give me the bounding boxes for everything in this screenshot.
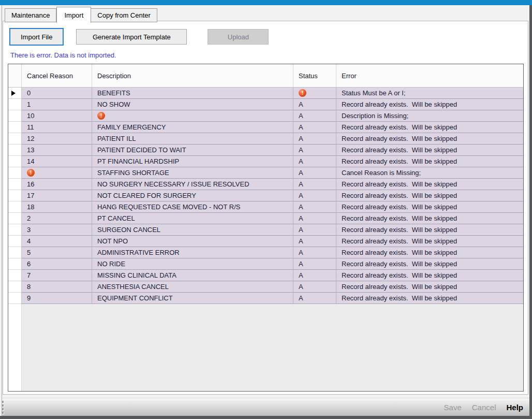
table-row[interactable]: 11FAMILY EMERGENCYARecord already exists… [8,122,523,133]
cell-cancel-reason[interactable]: 0 [22,88,92,99]
cell-status[interactable]: A [293,201,336,213]
row-selector[interactable] [8,247,22,258]
table-row[interactable]: 10!ADescription is Missing; [8,110,523,122]
row-selector[interactable] [8,179,22,190]
cell-cancel-reason[interactable]: 3 [22,224,92,236]
cell-status[interactable]: A [293,281,336,293]
row-selector[interactable] [8,88,22,99]
row-selector[interactable] [8,110,22,122]
cell-error[interactable]: Record already exists. Will be skipped [336,281,523,293]
cell-status[interactable]: A [293,213,336,224]
cell-description[interactable]: MISSING CLINICAL DATA [92,270,293,281]
cell-cancel-reason[interactable]: 11 [22,122,92,133]
row-selector[interactable] [8,236,22,247]
cell-description[interactable]: PATIENT DECIDED TO WAIT [92,145,293,156]
cell-error[interactable]: Record already exists. Will be skipped [336,247,523,258]
cell-status[interactable]: A [293,293,336,304]
table-row[interactable]: 14PT FINANCIAL HARDSHIPARecord already e… [8,156,523,167]
table-row[interactable]: 3SURGEON CANCELARecord already exists. W… [8,224,523,236]
cell-cancel-reason[interactable]: 10 [22,110,92,122]
cell-error[interactable]: Record already exists. Will be skipped [336,156,523,167]
cell-description[interactable]: NOT NPO [92,236,293,247]
table-row[interactable]: 7MISSING CLINICAL DATAARecord already ex… [8,270,523,281]
cell-error[interactable]: Cancel Reason is Missing; [336,167,523,179]
table-row[interactable]: 13PATIENT DECIDED TO WAITARecord already… [8,145,523,156]
cell-status[interactable]: A [293,258,336,270]
help-button[interactable]: Help [506,403,523,412]
cell-error[interactable]: Record already exists. Will be skipped [336,190,523,201]
cell-error[interactable]: Record already exists. Will be skipped [336,133,523,145]
row-selector[interactable] [8,122,22,133]
table-row[interactable]: 9EQUIPMENT CONFLICTARecord already exist… [8,293,523,304]
cell-error[interactable]: Record already exists. Will be skipped [336,293,523,304]
generate-import-template-button[interactable]: Generate Import Template [76,29,187,45]
cell-error[interactable]: Description is Missing; [336,110,523,122]
cell-status[interactable]: A [293,99,336,110]
cell-status[interactable]: A [293,270,336,281]
row-selector[interactable] [8,293,22,304]
import-file-button[interactable]: Import File [9,28,64,46]
tab-copy-from-center[interactable]: Copy from Center [91,8,157,22]
cell-description[interactable]: PT CANCEL [92,213,293,224]
cell-description[interactable]: NO SHOW [92,99,293,110]
table-row[interactable]: 12PATIENT ILLARecord already exists. Wil… [8,133,523,145]
cell-description[interactable]: SURGEON CANCEL [92,224,293,236]
cell-error[interactable]: Record already exists. Will be skipped [336,145,523,156]
cell-status[interactable]: A [293,133,336,145]
row-selector[interactable] [8,224,22,236]
row-selector[interactable] [8,270,22,281]
table-row[interactable]: 6NO RIDEARecord already exists. Will be … [8,258,523,270]
cell-cancel-reason[interactable]: 2 [22,213,92,224]
row-selector[interactable] [8,213,22,224]
row-selector[interactable] [8,133,22,145]
cell-status[interactable]: A [293,190,336,201]
table-row[interactable]: 2PT CANCELARecord already exists. Will b… [8,213,523,224]
cell-description[interactable]: ANESTHESIA CANCEL [92,281,293,293]
cell-error[interactable]: Record already exists. Will be skipped [336,122,523,133]
table-row[interactable]: 8ANESTHESIA CANCELARecord already exists… [8,281,523,293]
cell-description[interactable]: ADMINISTRATIVE ERROR [92,247,293,258]
cell-cancel-reason[interactable]: 7 [22,270,92,281]
cell-cancel-reason[interactable]: 16 [22,179,92,190]
cell-status[interactable]: A [293,167,336,179]
cell-status[interactable]: A [293,122,336,133]
cell-cancel-reason[interactable]: 8 [22,281,92,293]
cell-cancel-reason[interactable]: 4 [22,236,92,247]
cell-description[interactable]: PT FINANCIAL HARDSHIP [92,156,293,167]
cell-cancel-reason[interactable]: 12 [22,133,92,145]
cell-cancel-reason[interactable]: ! [22,167,92,179]
save-button[interactable]: Save [444,403,462,412]
cell-cancel-reason[interactable]: 18 [22,201,92,213]
cell-status[interactable]: ! [293,88,336,99]
cell-description[interactable]: STAFFING SHORTAGE [92,167,293,179]
cell-cancel-reason[interactable]: 17 [22,190,92,201]
cell-error[interactable]: Record already exists. Will be skipped [336,236,523,247]
cell-error[interactable]: Record already exists. Will be skipped [336,213,523,224]
row-selector[interactable] [8,258,22,270]
cell-error[interactable]: Record already exists. Will be skipped [336,179,523,190]
table-row[interactable]: !STAFFING SHORTAGEACancel Reason is Miss… [8,167,523,179]
row-selector[interactable] [8,167,22,179]
cell-error[interactable]: Record already exists. Will be skipped [336,201,523,213]
cell-error[interactable]: Record already exists. Will be skipped [336,270,523,281]
column-header-description[interactable]: Description [92,64,293,87]
row-selector[interactable] [8,99,22,110]
cell-description[interactable]: ! [92,110,293,122]
table-row[interactable]: 1NO SHOWARecord already exists. Will be … [8,99,523,110]
cell-status[interactable]: A [293,156,336,167]
cell-description[interactable]: HANG REQUESTED CASE MOVED - NOT R/S [92,201,293,213]
column-header-status[interactable]: Status [293,64,336,87]
upload-button[interactable]: Upload [208,29,269,45]
column-header-error[interactable]: Error [336,64,523,87]
table-row[interactable]: 0BENEFITS!Status Must be A or I; [8,88,523,99]
row-selector[interactable] [8,145,22,156]
row-selector[interactable] [8,281,22,293]
cell-description[interactable]: NOT CLEARED FOR SURGERY [92,190,293,201]
cell-description[interactable]: NO RIDE [92,258,293,270]
cell-description[interactable]: BENEFITS [92,88,293,99]
cell-cancel-reason[interactable]: 6 [22,258,92,270]
table-row[interactable]: 17NOT CLEARED FOR SURGERYARecord already… [8,190,523,201]
column-header-cancel-reason[interactable]: Cancel Reason [22,64,92,87]
row-selector[interactable] [8,156,22,167]
cell-error[interactable]: Status Must be A or I; [336,88,523,99]
